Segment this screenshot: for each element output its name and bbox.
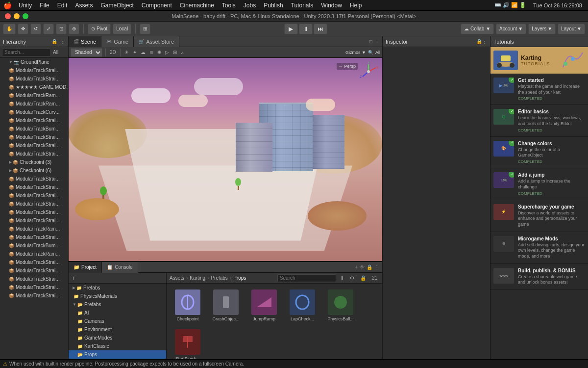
pause-button[interactable]: ⏸ — [299, 24, 313, 34]
file-checkpoint[interactable]: Checkpoint — [171, 288, 205, 323]
hierarchy-item[interactable]: 📦 ModularTrackStrai... — [0, 291, 68, 300]
menubar-tools[interactable]: Tools — [218, 0, 240, 10]
transform-combo-btn[interactable]: ⊕ — [69, 24, 79, 34]
minimize-button[interactable] — [14, 13, 20, 19]
hierarchy-item[interactable]: 📦 ModularTrackStrai... — [0, 141, 68, 150]
hierarchy-lock-icon[interactable]: 🔒 — [51, 39, 57, 44]
snap-btn[interactable]: ⊞ — [140, 24, 150, 34]
file-startfinish[interactable]: StartFinish... — [171, 327, 205, 359]
file-crashobj[interactable]: CrashObjec... — [209, 288, 243, 323]
transform-rotate-btn[interactable]: ↺ — [30, 24, 41, 34]
hierarchy-item[interactable]: 📦 ModularTrackStrai... — [0, 200, 68, 208]
transform-rect-btn[interactable]: ⊡ — [56, 24, 67, 34]
hierarchy-item[interactable]: 📦 ModularTrackStrai... — [0, 66, 68, 75]
hierarchy-item[interactable]: 📦 ModularTrackStrai... — [0, 275, 68, 283]
hierarchy-item[interactable]: ▼ 📷 GroundPlane — [0, 58, 68, 66]
menubar-unity[interactable]: Unity — [15, 0, 36, 10]
tree-item[interactable]: 📁 Setup — [69, 359, 166, 359]
upload-icon[interactable]: ⬆ — [338, 275, 346, 281]
tree-item[interactable]: 📁 GameModes — [69, 334, 166, 342]
menubar-jobs[interactable]: Jobs — [240, 0, 260, 10]
tree-item[interactable]: 📁 KartClassic — [69, 342, 166, 350]
tree-item[interactable]: 📁 Cameras — [69, 317, 166, 325]
hierarchy-item[interactable]: 📦 ModularTrackStrai... — [0, 116, 68, 125]
hierarchy-all[interactable]: All — [53, 50, 58, 55]
tab-asset-store[interactable]: 🛒 Asset Store — [134, 36, 179, 47]
inspector-menu[interactable]: ⋮ — [482, 39, 487, 44]
fx-icon[interactable]: ✦ — [132, 50, 138, 55]
hierarchy-item[interactable]: 📦 ModularTrackStrai... — [0, 175, 68, 183]
hierarchy-item[interactable]: 📦 ModularTrackRam... — [0, 100, 68, 108]
file-physicsball[interactable]: PhysicsBall... — [323, 288, 358, 323]
hierarchy-item[interactable]: 📦 ModularTrackStrai... — [0, 258, 68, 266]
step-button[interactable]: ⏭ — [314, 24, 327, 34]
menubar-publish[interactable]: Publish — [260, 0, 287, 10]
tree-item[interactable]: ▶ 📁 Prefabs — [69, 284, 166, 292]
tab-console[interactable]: 📋 Console — [102, 262, 138, 273]
hierarchy-search[interactable] — [2, 49, 51, 56]
transform-move-btn[interactable]: ✥ — [18, 24, 28, 34]
hierarchy-item[interactable]: 📦 ModularTrackBum... — [0, 125, 68, 133]
transform-hand-btn[interactable]: ✋ — [3, 24, 16, 34]
tab-project[interactable]: 📁 Project — [69, 262, 102, 273]
hierarchy-item[interactable]: 📦 ModularTrackStrai... — [0, 266, 68, 275]
project-search[interactable] — [277, 274, 336, 282]
close-button[interactable] — [5, 13, 11, 19]
menubar-file[interactable]: File — [36, 0, 53, 10]
shading-mode-select[interactable]: Shaded — [71, 48, 102, 57]
navmesh-icon[interactable]: ⊞ — [172, 50, 178, 55]
tutorials-karting-banner[interactable]: Karting TUTORIALS — [490, 47, 588, 74]
maximize-button[interactable] — [23, 13, 28, 19]
hierarchy-item[interactable]: 📦 ModularTrackCurv... — [0, 108, 68, 116]
file-jumpramp[interactable]: JumpRamp — [247, 288, 281, 323]
layout-btn[interactable]: Layout ▼ — [558, 24, 585, 34]
tree-item-props[interactable]: 📂 Props — [69, 350, 166, 359]
apple-menu[interactable]: 🍎 — [0, 1, 15, 9]
inspector-lock[interactable]: 🔒 — [476, 39, 482, 44]
hierarchy-item[interactable]: ▶ 📦 Checkpoint (6) — [0, 166, 68, 175]
tab-game[interactable]: 🎮 Game — [101, 36, 134, 47]
local-btn[interactable]: Local — [113, 24, 131, 34]
transform-scale-btn[interactable]: ⤢ — [43, 24, 54, 34]
settings-icon[interactable]: ⚙ — [348, 275, 356, 281]
tutorial-build-publish[interactable]: www Build, publish, & BONUS Create a sha… — [490, 264, 588, 290]
menubar-gameobject[interactable]: GameObject — [97, 0, 137, 10]
tab-scene[interactable]: 🎬 Scene — [69, 36, 101, 47]
scene-search-btn[interactable]: 🔍 — [368, 50, 373, 55]
menubar-edit[interactable]: Edit — [53, 0, 72, 10]
hierarchy-item[interactable]: 📦 ModularTrackStrai... — [0, 191, 68, 200]
hierarchy-item[interactable]: 📦 ModularTrackStrai... — [0, 75, 68, 83]
menubar-window[interactable]: Window — [317, 0, 346, 10]
tutorial-microgame-mods[interactable]: ⊕ Microgame Mods Add self-driving karts,… — [490, 232, 588, 264]
menubar-component[interactable]: Component — [138, 0, 176, 10]
account-btn[interactable]: Account ▼ — [496, 24, 526, 34]
hierarchy-item[interactable]: 📦 ModularTrackStrai... — [0, 150, 68, 158]
tutorial-change-colors[interactable]: 🎨 ✓ Change colors Change the color of a … — [490, 137, 588, 168]
hierarchy-item[interactable]: 📦 ★★★★★ GAME MOD... — [0, 83, 68, 91]
tutorial-add-jump[interactable]: ↑🎮 ✓ Add a jump Add a jump to increase t… — [490, 168, 588, 200]
hierarchy-item[interactable]: 📦 ModularTrackBum... — [0, 241, 68, 250]
hierarchy-item[interactable]: 📦 ModularTrackStrai... — [0, 233, 68, 241]
particles-icon[interactable]: ✺ — [156, 50, 162, 55]
traffic-lights[interactable] — [5, 13, 28, 19]
lighting-icon[interactable]: ☀ — [123, 50, 130, 55]
menubar-assets[interactable]: Assets — [71, 0, 97, 10]
scene-viewport[interactable]: X Y Z ← Persp — [69, 58, 382, 261]
collab-btn[interactable]: ☁ Collab ▼ — [461, 24, 494, 34]
hierarchy-item[interactable]: 📦 ModularTrackStrai... — [0, 216, 68, 225]
hierarchy-item[interactable]: 📦 ModularTrackRam... — [0, 225, 68, 233]
skybox-icon[interactable]: ☁ — [140, 50, 147, 55]
hierarchy-item[interactable]: 📦 ModularTrackStrai... — [0, 283, 68, 291]
tutorial-editor-basics[interactable]: ⊞ ✓ Editor basics Learn the basic views,… — [490, 105, 588, 136]
breadcrumb-assets[interactable]: Assets — [170, 275, 184, 281]
menubar-tutorials[interactable]: Tutorials — [287, 0, 318, 10]
breadcrumb-prefabs[interactable]: Prefabs — [211, 275, 227, 281]
tutorial-get-started[interactable]: ▶ 🎮 ✓ Get started Playtest the game and … — [490, 74, 588, 105]
tree-item[interactable]: 📁 AI — [69, 309, 166, 317]
menubar-cinemachine[interactable]: Cinemachine — [176, 0, 218, 10]
fog-icon[interactable]: ≋ — [148, 50, 154, 55]
tree-item[interactable]: 📁 PhysicsMaterials — [69, 292, 166, 300]
anim-icon[interactable]: ▷ — [164, 50, 170, 55]
hierarchy-item[interactable]: ▶ 📦 Checkpoint (3) — [0, 158, 68, 166]
breadcrumb-karting[interactable]: Karting — [190, 275, 205, 281]
